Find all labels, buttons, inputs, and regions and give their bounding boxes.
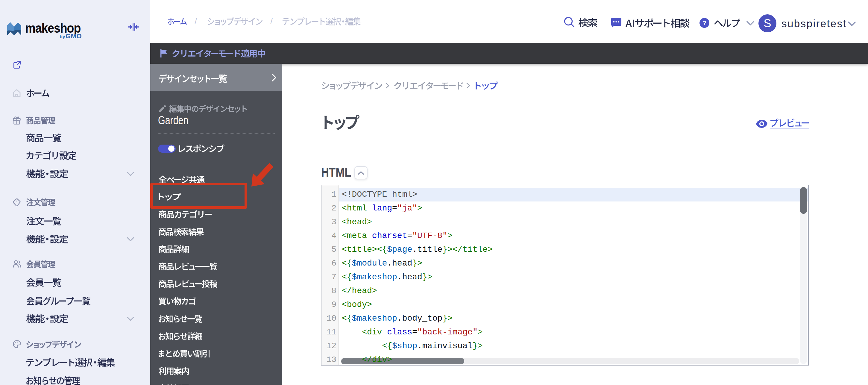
svg-text:?: ?	[703, 20, 706, 26]
